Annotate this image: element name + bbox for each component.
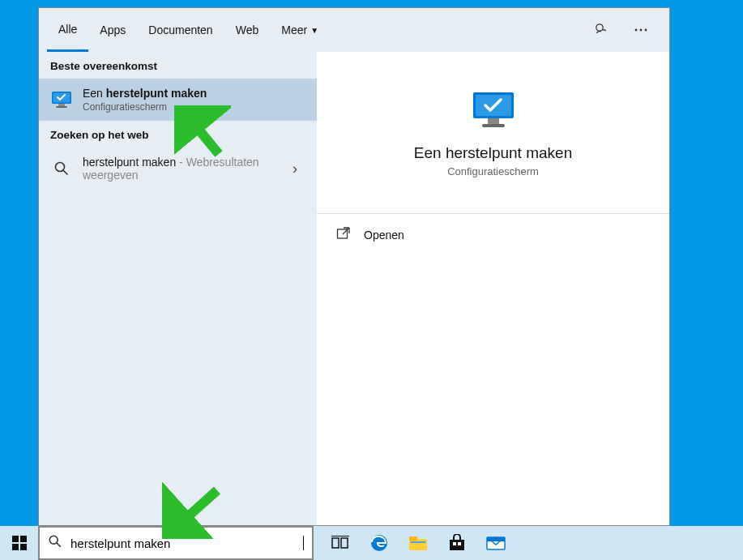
title-bold: herstelpunt maken [106, 87, 207, 100]
best-match-result[interactable]: Een herstelpunt maken Configuratiescherm [39, 79, 317, 121]
result-title: herstelpunt maken - Webresultaten weerge… [83, 156, 283, 182]
svg-line-20 [57, 543, 60, 546]
svg-rect-26 [409, 536, 417, 541]
preview-column: Een herstelpunt maken Configuratiescherm… [317, 52, 669, 525]
svg-rect-18 [20, 544, 27, 550]
mail-icon[interactable] [484, 531, 508, 555]
web-result-title: herstelpunt maken [83, 156, 176, 169]
svg-rect-15 [12, 536, 19, 542]
result-title: Een herstelpunt maken [83, 87, 207, 100]
section-web-search: Zoeken op het web [39, 121, 317, 147]
result-text: Een herstelpunt maken Configuratiescherm [83, 87, 207, 113]
svg-rect-7 [56, 106, 67, 108]
start-button[interactable] [0, 526, 38, 560]
search-icon [50, 157, 73, 180]
svg-point-0 [596, 24, 603, 31]
file-explorer-icon[interactable] [406, 531, 430, 555]
result-subtitle: Configuratiescherm [83, 101, 207, 113]
svg-rect-29 [453, 542, 456, 545]
svg-rect-17 [12, 544, 19, 550]
tab-bar-right [590, 18, 661, 42]
taskbar-search-box[interactable] [38, 526, 314, 560]
tab-apps[interactable]: Apps [88, 8, 137, 52]
action-open[interactable]: Openen [317, 214, 669, 256]
svg-rect-27 [411, 541, 425, 543]
svg-rect-25 [409, 539, 427, 550]
search-flyout: Alle Apps Documenten Web Meer▼ Beste ove… [38, 7, 670, 526]
tab-documents[interactable]: Documenten [137, 8, 224, 52]
preview-header: Een herstelpunt maken Configuratiescherm [317, 52, 669, 214]
tab-label: Documenten [148, 24, 212, 36]
svg-rect-13 [482, 124, 505, 127]
monitor-check-icon [50, 88, 73, 111]
chevron-right-icon: › [293, 160, 305, 177]
svg-rect-32 [487, 537, 505, 541]
text-cursor [303, 536, 304, 550]
edge-icon[interactable] [367, 531, 391, 555]
preview-subtitle: Configuratiescherm [447, 165, 539, 177]
svg-rect-30 [458, 542, 461, 545]
taskbar-icons [328, 531, 508, 555]
content-row: Beste overeenkomst Een herstelpunt maken [39, 52, 669, 525]
title-prefix: Een [83, 87, 106, 100]
taskbar-search-input[interactable] [70, 536, 302, 550]
chevron-down-icon: ▼ [310, 26, 318, 35]
action-open-label: Openen [364, 229, 404, 242]
tab-label: Web [236, 24, 259, 36]
result-text: herstelpunt maken - Webresultaten weerge… [83, 156, 283, 182]
tab-label: Meer [281, 24, 307, 36]
preview-title: Een herstelpunt maken [414, 144, 572, 162]
svg-point-1 [635, 29, 638, 32]
tab-label: Alle [58, 23, 77, 36]
svg-rect-6 [58, 104, 65, 106]
results-column: Beste overeenkomst Een herstelpunt maken [39, 52, 317, 525]
svg-line-9 [63, 170, 67, 174]
svg-rect-28 [450, 540, 464, 550]
svg-rect-21 [332, 538, 339, 548]
svg-rect-22 [341, 538, 348, 548]
svg-point-2 [640, 29, 643, 32]
svg-rect-16 [20, 536, 27, 542]
section-best-match: Beste overeenkomst [39, 52, 317, 79]
tab-more[interactable]: Meer▼ [270, 8, 330, 52]
svg-point-3 [645, 29, 647, 32]
svg-rect-12 [488, 118, 499, 124]
open-icon [336, 226, 351, 244]
feedback-icon[interactable] [590, 18, 614, 42]
tab-label: Apps [100, 24, 126, 36]
search-icon [48, 534, 62, 552]
monitor-check-large-icon [469, 88, 518, 133]
task-view-icon[interactable] [328, 531, 352, 555]
web-search-result[interactable]: herstelpunt maken - Webresultaten weerge… [39, 147, 317, 190]
tab-all[interactable]: Alle [47, 8, 88, 52]
tab-web[interactable]: Web [224, 8, 271, 52]
tab-bar: Alle Apps Documenten Web Meer▼ [39, 8, 669, 52]
taskbar [0, 526, 743, 560]
more-options-icon[interactable] [629, 18, 653, 42]
store-icon[interactable] [445, 531, 469, 555]
